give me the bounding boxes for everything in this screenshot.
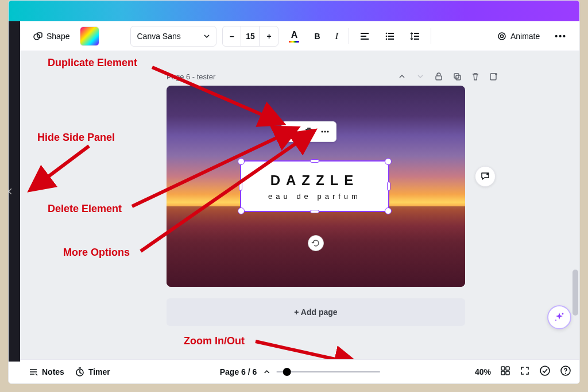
canvas-page[interactable]: DAZZLE eau de parfum	[167, 86, 465, 287]
font-size-stepper[interactable]: – 15 +	[222, 26, 278, 47]
alignment-button[interactable]	[355, 26, 374, 47]
page-move-down[interactable]	[415, 71, 425, 82]
fullscreen-icon	[520, 366, 530, 376]
svg-point-17	[555, 320, 556, 321]
add-page-label: + Add page	[294, 308, 337, 317]
annotation-more: More Options	[63, 247, 130, 259]
page-move-up[interactable]	[397, 71, 407, 82]
list-button[interactable]	[380, 26, 400, 47]
svg-point-13	[322, 131, 323, 133]
bold-button[interactable]: B	[310, 26, 324, 47]
grid-view-button[interactable]	[500, 366, 510, 378]
svg-line-19	[32, 146, 89, 189]
notes-icon	[28, 367, 38, 377]
italic-button[interactable]: I	[331, 26, 343, 47]
element-more-button[interactable]	[318, 124, 332, 139]
side-panel-toggle[interactable]	[8, 168, 16, 214]
svg-rect-26	[501, 371, 505, 375]
shape-icon	[33, 31, 43, 41]
svg-point-0	[34, 34, 40, 40]
more-icon	[320, 126, 330, 137]
svg-point-16	[562, 313, 564, 315]
toolbar-divider	[349, 28, 349, 44]
fullscreen-button[interactable]	[520, 366, 530, 378]
color-picker[interactable]	[80, 26, 99, 46]
page-delete[interactable]	[470, 71, 481, 82]
font-family-select[interactable]: Canva Sans	[130, 26, 216, 47]
border-style-button[interactable]	[105, 26, 125, 46]
svg-point-6	[500, 34, 503, 37]
animate-button[interactable]: Animate	[492, 26, 544, 47]
annotation-duplicate: Duplicate Element	[48, 57, 137, 69]
resize-handle-ne[interactable]	[385, 158, 392, 165]
selected-text-element[interactable]: DAZZLE eau de parfum	[240, 160, 389, 212]
grid-icon	[500, 366, 510, 376]
shape-label: Shape	[47, 32, 69, 41]
window-gradient-header	[9, 1, 579, 21]
svg-rect-8	[454, 74, 459, 78]
editor-stage: Page 6 - tester	[20, 51, 579, 359]
resize-handle-se[interactable]	[385, 207, 392, 214]
comment-icon	[479, 171, 491, 182]
font-size-decrease[interactable]: –	[223, 26, 241, 46]
svg-point-4	[386, 38, 388, 40]
list-icon	[385, 31, 395, 41]
resize-handle-e[interactable]	[387, 182, 390, 191]
resize-handle-s[interactable]	[310, 210, 319, 213]
page-indicator[interactable]: Page 6 / 6	[220, 367, 257, 376]
chevron-down-icon	[203, 33, 210, 40]
svg-rect-9	[456, 75, 461, 80]
resize-handle-sw[interactable]	[238, 207, 245, 214]
magic-assistant-button[interactable]	[547, 305, 571, 329]
vertical-scrollbar-thumb[interactable]	[572, 270, 578, 316]
chevron-up-icon[interactable]	[262, 368, 270, 376]
annotation-delete: Delete Element	[48, 203, 122, 215]
page-title[interactable]: Page 6 - tester	[167, 72, 215, 81]
zoom-slider[interactable]	[276, 371, 380, 372]
element-delete-button[interactable]	[301, 124, 316, 139]
timer-button[interactable]: Timer	[75, 367, 110, 377]
rotate-handle[interactable]	[308, 235, 324, 251]
zoom-slider-thumb[interactable]	[283, 368, 291, 376]
shape-button[interactable]: Shape	[28, 26, 74, 47]
annotation-zoom: Zoom In/Out	[184, 335, 245, 347]
check-button[interactable]	[539, 365, 551, 378]
help-icon	[560, 365, 571, 376]
sparkle-icon	[553, 311, 566, 324]
page-duplicate[interactable]	[452, 71, 462, 82]
trash-icon	[304, 126, 314, 137]
notes-label: Notes	[42, 367, 64, 376]
svg-point-14	[324, 131, 326, 133]
rotate-icon	[311, 239, 320, 248]
align-icon	[359, 31, 370, 41]
add-comment-button[interactable]	[475, 166, 496, 187]
help-button[interactable]	[560, 365, 571, 378]
text-line-main: DAZZLE	[270, 172, 359, 189]
resize-handle-nw[interactable]	[238, 158, 245, 165]
bottom-bar: Notes Timer Page 6 / 6 40%	[20, 359, 579, 383]
timer-icon	[75, 367, 85, 377]
element-duplicate-button[interactable]	[285, 124, 300, 139]
page-lock[interactable]	[434, 71, 444, 82]
font-size-value[interactable]: 15	[241, 26, 260, 46]
svg-point-30	[565, 373, 566, 374]
font-size-increase[interactable]: +	[260, 26, 278, 46]
spacing-button[interactable]	[405, 26, 425, 47]
add-page-button[interactable]: + Add page	[167, 298, 465, 326]
page-header-bar: Page 6 - tester	[167, 68, 499, 84]
svg-rect-27	[506, 371, 509, 375]
more-button[interactable]: •••	[550, 26, 571, 47]
page-add[interactable]	[489, 71, 499, 82]
resize-handle-w[interactable]	[239, 182, 242, 191]
animate-icon	[497, 31, 507, 41]
svg-rect-7	[436, 76, 442, 80]
check-circle-icon	[539, 365, 551, 376]
toolbar-divider-2	[431, 28, 431, 44]
font-family-label: Canva Sans	[137, 32, 180, 41]
resize-handle-n[interactable]	[310, 159, 319, 163]
spacing-icon	[410, 31, 420, 41]
text-color-button[interactable]: A	[284, 26, 304, 47]
zoom-percentage[interactable]: 40%	[475, 367, 491, 376]
context-toolbar: Shape Canva Sans – 15 + A B I	[20, 21, 579, 51]
notes-button[interactable]: Notes	[28, 367, 64, 377]
